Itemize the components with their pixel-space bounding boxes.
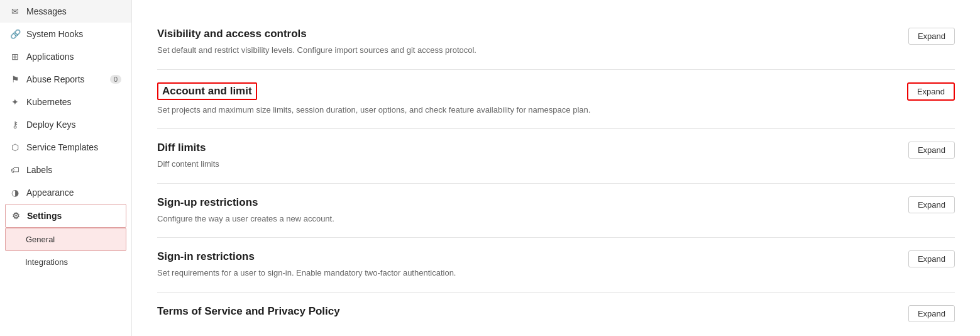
sidebar-item-label: Applications	[26, 52, 74, 62]
section-desc-account-limit: Set projects and maximum size limits, se…	[157, 104, 895, 116]
section-title-block-tos-privacy: Terms of Service and Privacy Policy	[157, 305, 896, 322]
section-title-account-limit: Account and limit	[157, 82, 257, 100]
sidebar-item-service-templates[interactable]: ⬡Service Templates	[0, 136, 131, 159]
section-title-block-diff-limits: Diff limits Diff content limits	[157, 142, 896, 171]
section-title-block-visibility-access: Visibility and access controls Set defau…	[157, 28, 896, 57]
sidebar-item-system-hooks[interactable]: 🔗System Hooks	[0, 23, 131, 45]
sidebar-item-integrations[interactable]: Integrations	[0, 251, 131, 273]
expand-button-account-limit[interactable]: Expand	[907, 82, 955, 101]
section-visibility-access: Visibility and access controls Set defau…	[157, 15, 955, 70]
sidebar-item-applications[interactable]: ⊞Applications	[0, 45, 131, 68]
messages-icon: ✉	[10, 6, 20, 16]
sidebar-item-appearance[interactable]: ◑Appearance	[0, 181, 131, 204]
sidebar-item-label: Appearance	[26, 188, 74, 198]
sidebar-item-kubernetes[interactable]: ✦Kubernetes	[0, 91, 131, 113]
section-header-diff-limits: Diff limits Diff content limits Expand	[157, 142, 955, 171]
section-title-signin-restrictions: Sign-in restrictions	[157, 250, 896, 263]
service-templates-icon: ⬡	[10, 142, 20, 152]
section-title-visibility-access: Visibility and access controls	[157, 28, 896, 40]
section-diff-limits: Diff limits Diff content limits Expand	[157, 129, 955, 184]
sidebar-item-label: General	[26, 235, 55, 244]
sidebar: ✉Messages🔗System Hooks⊞Applications⚑Abus…	[0, 0, 132, 336]
section-signup-restrictions: Sign-up restrictions Configure the way a…	[157, 184, 955, 238]
section-signin-restrictions: Sign-in restrictions Set requirements fo…	[157, 238, 955, 293]
sidebar-item-label: Deploy Keys	[26, 120, 76, 130]
sidebar-item-label: Kubernetes	[26, 97, 72, 107]
main-content: Visibility and access controls Set defau…	[132, 0, 980, 336]
expand-button-visibility-access[interactable]: Expand	[908, 28, 955, 45]
section-header-tos-privacy: Terms of Service and Privacy Policy Expa…	[157, 305, 955, 322]
sidebar-item-label: Service Templates	[26, 142, 98, 152]
sidebar-item-general[interactable]: General	[5, 228, 126, 251]
deploy-keys-icon: ⚷	[10, 120, 20, 130]
section-title-signup-restrictions: Sign-up restrictions	[157, 196, 896, 209]
sidebar-item-messages[interactable]: ✉Messages	[0, 0, 131, 23]
section-desc-diff-limits: Diff content limits	[157, 158, 896, 171]
section-title-block-account-limit: Account and limit Set projects and maxim…	[157, 82, 895, 116]
appearance-icon: ◑	[10, 188, 20, 198]
applications-icon: ⊞	[10, 52, 20, 62]
expand-button-signup-restrictions[interactable]: Expand	[908, 196, 955, 213]
section-desc-visibility-access: Set default and restrict visibility leve…	[157, 44, 896, 57]
sidebar-item-label: System Hooks	[26, 29, 83, 39]
sidebar-item-label: Labels	[26, 165, 52, 175]
section-title-block-signin-restrictions: Sign-in restrictions Set requirements fo…	[157, 250, 896, 279]
expand-button-diff-limits[interactable]: Expand	[908, 142, 955, 159]
section-header-signin-restrictions: Sign-in restrictions Set requirements fo…	[157, 250, 955, 279]
expand-button-tos-privacy[interactable]: Expand	[908, 305, 955, 322]
sidebar-item-settings[interactable]: ⚙Settings	[5, 204, 126, 228]
sidebar-item-deploy-keys[interactable]: ⚷Deploy Keys	[0, 113, 131, 136]
system-hooks-icon: 🔗	[10, 29, 20, 39]
section-tos-privacy: Terms of Service and Privacy Policy Expa…	[157, 293, 955, 335]
section-header-account-limit: Account and limit Set projects and maxim…	[157, 82, 955, 116]
sidebar-item-labels[interactable]: 🏷Labels	[0, 159, 131, 181]
section-desc-signup-restrictions: Configure the way a user creates a new a…	[157, 213, 896, 225]
sidebar-item-label: Messages	[26, 6, 67, 16]
settings-icon: ⚙	[11, 211, 21, 221]
section-header-visibility-access: Visibility and access controls Set defau…	[157, 28, 955, 57]
sidebar-item-label: Abuse Reports	[26, 74, 85, 84]
expand-button-signin-restrictions[interactable]: Expand	[908, 250, 955, 267]
section-title-block-signup-restrictions: Sign-up restrictions Configure the way a…	[157, 196, 896, 225]
sidebar-item-label: Integrations	[25, 257, 68, 267]
section-title-diff-limits: Diff limits	[157, 142, 896, 154]
abuse-reports-icon: ⚑	[10, 74, 20, 84]
section-title-tos-privacy: Terms of Service and Privacy Policy	[157, 305, 896, 318]
sidebar-item-abuse-reports[interactable]: ⚑Abuse Reports0	[0, 68, 131, 91]
sidebar-item-label: Settings	[27, 211, 62, 221]
kubernetes-icon: ✦	[10, 97, 20, 107]
abuse-reports-badge: 0	[110, 75, 121, 84]
labels-icon: 🏷	[10, 165, 20, 175]
section-account-limit: Account and limit Set projects and maxim…	[157, 70, 955, 130]
section-desc-signin-restrictions: Set requirements for a user to sign-in. …	[157, 267, 896, 279]
section-header-signup-restrictions: Sign-up restrictions Configure the way a…	[157, 196, 955, 225]
